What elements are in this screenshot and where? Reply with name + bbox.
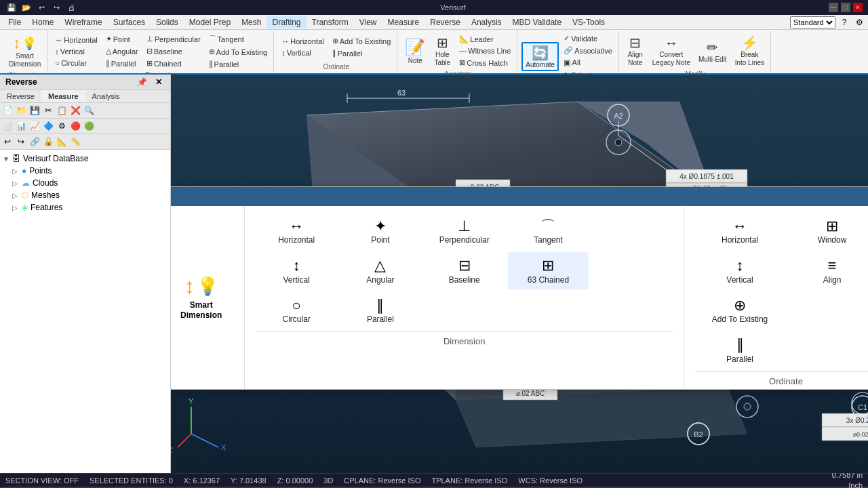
popup-baseline[interactable]: ⊟ Baseline xyxy=(424,252,505,289)
popup-angular[interactable]: △ Angular xyxy=(340,252,421,289)
panel-tool-l[interactable]: 📐 xyxy=(56,136,68,148)
view-preset-select[interactable]: Standard xyxy=(790,16,835,28)
panel-tool-j[interactable]: 🔗 xyxy=(28,136,41,148)
menu-vs-tools[interactable]: VS-Tools xyxy=(567,16,610,28)
multi-edit-button[interactable]: ✏ Multi-Edit xyxy=(695,37,730,65)
associative-button[interactable]: 🔗 Associative xyxy=(560,45,616,56)
popup-parallel[interactable]: ∥ Parallel xyxy=(340,292,421,329)
minimize-button[interactable]: — xyxy=(829,3,838,12)
panel-tool-c[interactable]: 📈 xyxy=(28,120,41,132)
help-icon[interactable]: ? xyxy=(838,16,850,28)
popup-align[interactable]: ≡ Align xyxy=(787,252,868,289)
note-button[interactable]: 📝 Note xyxy=(401,36,429,66)
menu-analysis[interactable]: Analysis xyxy=(466,16,507,28)
tab-measure[interactable]: Measure xyxy=(41,90,85,102)
ord-add-to-existing-button[interactable]: ⊕ Add To Existing xyxy=(329,35,395,47)
convert-legacy-button[interactable]: ↔ ConvertLegacy Note xyxy=(649,33,694,69)
menu-drafting[interactable]: Drafting xyxy=(267,16,306,28)
ord-horizontal-button[interactable]: ↔ Horizontal xyxy=(278,36,328,47)
close-button[interactable]: ✕ xyxy=(853,3,863,12)
popup-ord-parallel[interactable]: ∥ Parallel xyxy=(695,331,785,368)
panel-tool-h[interactable]: ↩ xyxy=(1,136,14,148)
panel-tool-3[interactable]: 💾 xyxy=(28,104,41,117)
ribbon-parallel-button[interactable]: ∥ Parallel xyxy=(205,58,271,70)
menu-transform[interactable]: Transform xyxy=(307,16,354,28)
viewport[interactable]: 63 ⌀0.03 ABC 1 4x Ø0.1875 ±.001 ∨ Ø0.25 … xyxy=(171,75,868,473)
menu-reverse[interactable]: Reverse xyxy=(425,16,466,28)
panel-tool-g[interactable]: 🟢 xyxy=(83,120,95,132)
perpendicular-button[interactable]: ⊥ Perpendicular xyxy=(143,33,204,45)
vertical-button[interactable]: ↕ Vertical xyxy=(52,46,101,57)
maximize-button[interactable]: □ xyxy=(841,3,850,12)
baseline-button[interactable]: ⊟ Baseline xyxy=(143,45,204,57)
point-button[interactable]: ✦ Point xyxy=(102,33,142,45)
quick-access-save[interactable]: 💾 xyxy=(5,1,18,14)
menu-file[interactable]: File xyxy=(3,16,26,28)
chained-button[interactable]: ⊞ Chained xyxy=(143,58,204,69)
break-into-lines-button[interactable]: ⚡ BreakInto Lines xyxy=(732,33,768,69)
menu-solids[interactable]: Solids xyxy=(151,16,184,28)
popup-circular[interactable]: ○ Circular xyxy=(256,292,337,329)
tree-root[interactable]: ▼ 🗄 Verisurf DataBase xyxy=(3,152,167,165)
popup-ord-horizontal[interactable]: ↔ Horizontal xyxy=(695,213,785,249)
quick-access-print[interactable]: 🖨 xyxy=(65,1,77,14)
popup-window[interactable]: ⊞ Window xyxy=(787,213,868,249)
automate-button[interactable]: 🔄 Automate xyxy=(521,42,559,71)
panel-tool-d[interactable]: 🔷 xyxy=(42,120,54,132)
menu-measure[interactable]: Measure xyxy=(382,16,425,28)
panel-pin-button[interactable]: 📌 xyxy=(134,77,150,87)
panel-tool-a[interactable]: ⬜ xyxy=(1,120,14,132)
menu-mbd-validate[interactable]: MBD Validate xyxy=(507,16,567,28)
angular-button[interactable]: △ Angular xyxy=(102,45,142,57)
leader-button[interactable]: 📐 Leader xyxy=(456,33,514,45)
tab-reverse[interactable]: Reverse xyxy=(0,90,41,102)
panel-tool-4[interactable]: ✂ xyxy=(42,104,54,117)
tangent-button[interactable]: ⌒ Tangent xyxy=(205,33,271,45)
menu-model-prep[interactable]: Model Prep xyxy=(184,16,236,28)
popup-point[interactable]: ✦ Point xyxy=(340,213,421,249)
panel-tool-7[interactable]: 🔍 xyxy=(83,104,95,117)
menu-view[interactable]: View xyxy=(354,16,382,28)
witness-line-button[interactable]: — Witness Line xyxy=(456,45,514,56)
align-note-button[interactable]: ⊟ AlignNote xyxy=(623,33,648,69)
popup-ord-vertical[interactable]: ↕ Vertical xyxy=(695,252,785,289)
popup-chained[interactable]: ⊞ 63 Chained xyxy=(508,252,589,289)
panel-tool-1[interactable]: 📄 xyxy=(1,104,14,117)
menu-wireframe[interactable]: Wireframe xyxy=(59,16,107,28)
panel-tool-f[interactable]: 🔴 xyxy=(69,120,81,132)
tree-features[interactable]: ▷ ◈ Features xyxy=(12,201,167,214)
popup-add-to-existing[interactable]: ⊕ Add To Existing xyxy=(695,292,785,329)
cross-hatch-button[interactable]: ⊠ Cross Hatch xyxy=(456,57,514,68)
validate-button[interactable]: ✓ Validate xyxy=(560,33,616,44)
settings-icon[interactable]: ⚙ xyxy=(853,16,865,28)
tree-clouds[interactable]: ▷ ☁ Clouds xyxy=(12,177,167,189)
tab-analysis[interactable]: Analysis xyxy=(85,90,127,102)
quick-access-undo[interactable]: ↩ xyxy=(35,1,47,14)
popup-smart-dimension[interactable]: ↕ 💡 SmartDimension xyxy=(172,268,231,327)
smart-dimension-button[interactable]: ↕ 💡 SmartDimension xyxy=(5,33,44,70)
menu-home[interactable]: Home xyxy=(26,16,59,28)
hole-table-button[interactable]: ⊞ HoleTable xyxy=(430,33,454,69)
horizontal-button[interactable]: ↔ Horizontal xyxy=(52,35,101,45)
popup-horizontal[interactable]: ↔ Horizontal xyxy=(256,213,337,249)
circular-button[interactable]: ○ Circular xyxy=(52,58,101,68)
panel-close-button[interactable]: ✕ xyxy=(153,77,165,87)
quick-access-redo[interactable]: ↪ xyxy=(50,1,62,14)
quick-access-open[interactable]: 📂 xyxy=(20,1,33,14)
popup-tangent[interactable]: ⌒ Tangent xyxy=(508,213,589,249)
panel-tool-i[interactable]: ↪ xyxy=(15,136,27,148)
popup-perpendicular[interactable]: ⊥ Perpendicular xyxy=(424,213,505,249)
panel-tool-2[interactable]: 📁 xyxy=(15,104,27,117)
popup-vertical[interactable]: ↕ Vertical xyxy=(256,252,337,289)
all-button[interactable]: ▣ All xyxy=(560,57,616,68)
panel-tool-k[interactable]: 🔓 xyxy=(42,136,54,148)
panel-tool-b[interactable]: 📊 xyxy=(15,120,27,132)
parallel-button[interactable]: ∥ Parallel xyxy=(102,58,142,69)
ord-vertical-button[interactable]: ↕ Vertical xyxy=(278,47,328,58)
menu-surfaces[interactable]: Surfaces xyxy=(108,16,151,28)
tree-meshes[interactable]: ▷ ⬡ Meshes xyxy=(12,189,167,201)
ord-parallel-button[interactable]: ∥ Parallel xyxy=(329,47,395,59)
panel-tool-6[interactable]: ❌ xyxy=(69,104,81,117)
panel-tool-e[interactable]: ⚙ xyxy=(56,120,68,132)
tree-points[interactable]: ▷ ● Points xyxy=(12,165,167,177)
